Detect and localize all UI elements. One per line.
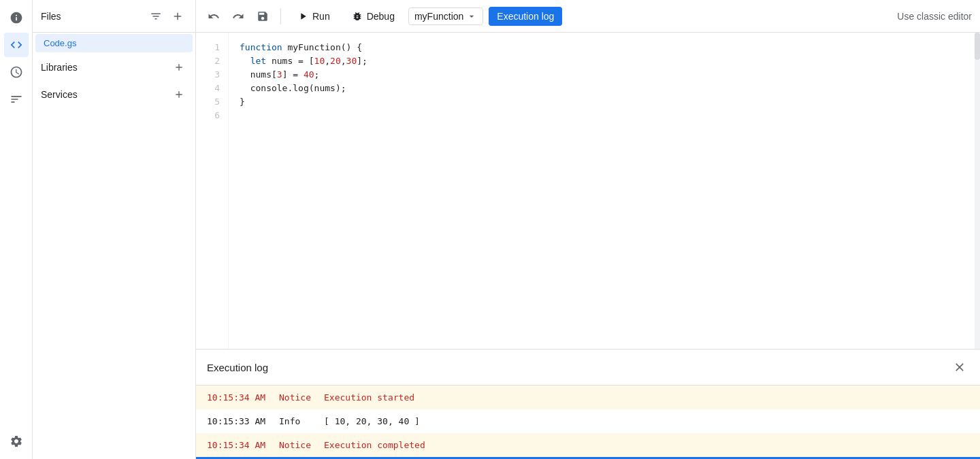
services-section[interactable]: Services [33,81,195,108]
services-label: Services [41,89,78,100]
line-num-3: 3 [196,68,228,82]
execution-log-close-button[interactable] [950,358,969,377]
classic-editor-link[interactable]: Use classic editor [897,11,972,22]
line-num-1: 1 [196,41,228,54]
function-selector[interactable]: myFunction [408,7,483,25]
files-title: Files [41,11,61,22]
files-header-actions [146,7,187,26]
undo-button[interactable] [204,7,223,26]
clock-nav-item[interactable] [4,60,29,84]
libraries-label: Libraries [41,62,78,73]
main-editor-panel: Run Debug myFunction Execution log Use c… [196,0,980,459]
execution-log-header: Execution log [196,350,980,386]
file-name: Code.gs [44,38,76,48]
icon-bar [0,0,33,459]
code-content[interactable]: function myFunction() { let nums = [10,2… [229,33,980,349]
files-section-header: Files [33,0,195,33]
code-editor[interactable]: 1 2 3 4 5 6 function myFunction() { let … [196,33,980,349]
function-name: myFunction [414,11,463,22]
log-time-1: 10:15:33 AM [207,416,268,426]
libraries-section[interactable]: Libraries [33,54,195,81]
run-label: Run [312,11,330,22]
log-entry-1: 10:15:33 AM Info [ 10, 20, 30, 40 ] [196,409,980,433]
log-entry-0: 10:15:34 AM Notice Execution started [196,386,980,409]
debug-button[interactable]: Debug [344,7,403,26]
redo-button[interactable] [229,7,248,26]
log-message-2: Execution completed [324,440,425,450]
sidebar: Files Code.gs Libraries Services [33,0,196,459]
sort-files-button[interactable] [146,7,165,26]
log-level-2: Notice [279,440,313,450]
debug-label: Debug [367,11,395,22]
run-button[interactable]: Run [289,7,338,26]
log-time-0: 10:15:34 AM [207,392,268,403]
line-num-4: 4 [196,82,228,95]
line-num-5: 5 [196,95,228,109]
line-num-2: 2 [196,54,228,68]
log-message-1: [ 10, 20, 30, 40 ] [324,416,420,426]
line-num-6: 6 [196,109,228,122]
editor-toolbar: Run Debug myFunction Execution log Use c… [196,0,980,33]
execution-log-button[interactable]: Execution log [489,7,562,26]
editor-scrollbar[interactable] [975,33,980,349]
log-level-0: Notice [279,392,313,403]
toolbar-divider-1 [280,8,281,24]
file-item-code-gs[interactable]: Code.gs [35,34,193,52]
trigger-nav-item[interactable] [4,87,29,112]
execution-log-panel: Execution log 10:15:34 AM Notice Executi… [196,349,980,459]
log-level-1: Info [279,416,313,426]
execution-log-entries: 10:15:34 AM Notice Execution started 10:… [196,386,980,457]
code-nav-item[interactable] [4,33,29,57]
settings-nav-item[interactable] [4,429,29,454]
add-service-button[interactable] [171,86,187,103]
log-entry-2: 10:15:34 AM Notice Execution completed [196,433,980,457]
execution-log-title: Execution log [207,362,268,373]
log-time-2: 10:15:34 AM [207,440,268,450]
log-message-0: Execution started [324,392,414,403]
line-numbers: 1 2 3 4 5 6 [196,33,229,349]
add-file-button[interactable] [168,7,187,26]
save-button[interactable] [253,7,272,26]
add-library-button[interactable] [171,59,187,75]
scrollbar-thumb[interactable] [975,33,980,60]
info-nav-item[interactable] [4,5,29,30]
execution-log-label: Execution log [497,11,554,22]
